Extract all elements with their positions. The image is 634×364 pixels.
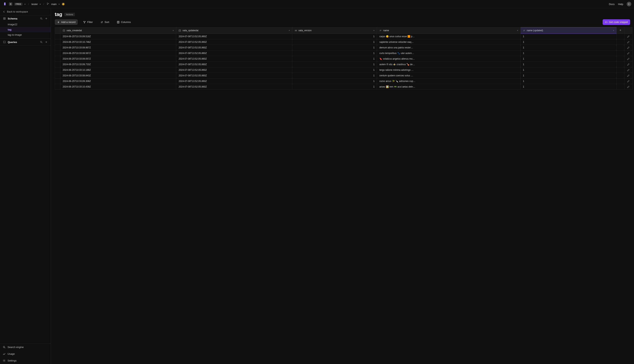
edit-row-button[interactable] [627, 35, 630, 38]
chevron-down-icon[interactable]: ▾ [374, 30, 374, 32]
workspace-dropdown[interactable]: ▾ [24, 3, 26, 5]
column-header-xata_createdat[interactable]: xata_createdat▾ [60, 28, 176, 34]
cell-name-updated[interactable]: 1 [520, 67, 616, 73]
chevron-down-icon[interactable]: ▾ [613, 30, 614, 32]
cell-created[interactable]: 2024-06-25T10:33:09.057Z [60, 56, 176, 62]
cell-name[interactable]: autem ® vito 🍲 crastinus 🍗 de… [377, 62, 520, 67]
chevron-down-icon[interactable]: ▾ [517, 30, 518, 32]
cell-updated[interactable]: 2024-07-08T13:52:05.860Z [176, 84, 292, 90]
table-row[interactable]: 2024-06-25T10:33:08.567Z2024-07-08T13:52… [55, 50, 632, 56]
cell-created[interactable]: 2024-06-25T10:33:08.843Z [60, 73, 176, 78]
help-link[interactable]: Help [618, 3, 623, 6]
sidebar-table-item[interactable]: tag [0, 27, 51, 32]
cell-version[interactable]: 1 [292, 39, 377, 45]
app-logo[interactable] [3, 2, 7, 6]
queries-search-button[interactable] [40, 40, 43, 44]
schema-search-button[interactable] [40, 17, 43, 20]
cell-name-updated[interactable]: 1 [520, 34, 616, 39]
column-header-name_updated[interactable]: name (updated)▾ [520, 28, 616, 34]
cell-created[interactable]: 2024-06-25T10:33:09.733Z [60, 62, 176, 67]
cell-name[interactable]: centum quidem coerceo solus … [377, 73, 520, 78]
cell-updated[interactable]: 2024-07-08T13:52:05.860Z [176, 50, 292, 56]
table-row[interactable]: 2024-06-25T10:33:10.748Z2024-07-08T13:52… [55, 39, 632, 45]
cell-updated[interactable]: 2024-07-08T13:52:05.860Z [176, 62, 292, 67]
column-header-xata_updatedat[interactable]: xata_updatedat▾ [176, 28, 292, 34]
cell-name[interactable]: tergo ratione minima adstringo … [377, 67, 520, 73]
sidebar-search-engine[interactable]: Search engine [0, 344, 51, 350]
cell-version[interactable]: 1 [292, 56, 377, 62]
edit-row-button[interactable] [627, 41, 630, 44]
columns-button[interactable]: Columns [114, 19, 133, 25]
cell-name[interactable]: carpo 😋 unus curtus esse 🟧 p… [377, 34, 520, 39]
table-row[interactable]: 2024-06-25T10:33:09.733Z2024-07-08T13:52… [55, 62, 632, 67]
sidebar-table-item[interactable]: tag-to-image [0, 32, 51, 38]
docs-link[interactable]: Docs [609, 3, 615, 6]
cell-name[interactable]: curvo arcus 🎋 🔪 admoneo cup… [377, 78, 520, 84]
get-code-snippet-button[interactable]: Get code snippet [602, 19, 630, 25]
cell-created[interactable]: 2024-06-25T10:33:09.308Z [60, 78, 176, 84]
cell-name[interactable]: curto temporibus 🐾 uter autem… [377, 50, 520, 56]
cell-version[interactable]: 1 [292, 84, 377, 90]
cell-version[interactable]: 1 [292, 34, 377, 39]
cell-updated[interactable]: 2024-07-08T13:52:05.860Z [176, 73, 292, 78]
queries-add-button[interactable] [44, 40, 48, 44]
table-row[interactable]: 2024-06-25T10:33:09.057Z2024-07-08T13:52… [55, 56, 632, 62]
table-row[interactable]: 2024-06-25T10:33:09.967Z2024-07-08T13:52… [55, 45, 632, 50]
edit-row-button[interactable] [627, 69, 630, 71]
edit-row-button[interactable] [627, 80, 630, 82]
schema-section-header[interactable]: Schema [0, 15, 51, 22]
cell-version[interactable]: 1 [292, 50, 377, 56]
cell-created[interactable]: 2024-06-25T10:33:09.518Z [60, 34, 176, 39]
edit-row-button[interactable] [627, 63, 630, 66]
cell-name-updated[interactable]: 1 [520, 45, 616, 50]
sidebar-settings[interactable]: Settings [0, 357, 51, 364]
queries-section-header[interactable]: Queries [0, 39, 51, 45]
cell-name-updated[interactable]: 1 [520, 56, 616, 62]
cell-updated[interactable]: 2024-07-08T13:52:05.860Z [176, 56, 292, 62]
chevron-down-icon[interactable]: ▾ [289, 30, 290, 32]
cell-created[interactable]: 2024-06-25T10:33:09.967Z [60, 45, 176, 50]
edit-row-button[interactable] [627, 58, 630, 60]
branch-name[interactable]: main [51, 3, 56, 6]
sort-button[interactable]: Sort [98, 19, 112, 25]
table-row[interactable]: 2024-06-25T10:33:09.308Z2024-07-08T13:52… [55, 78, 632, 84]
cell-name-updated[interactable]: 1 [520, 39, 616, 45]
filter-button[interactable]: Filter [81, 19, 95, 25]
cell-name[interactable]: demum atrox una patria vester… [377, 45, 520, 50]
cell-version[interactable]: 1 [292, 62, 377, 67]
cell-name-updated[interactable]: 1 [520, 50, 616, 56]
sidebar-usage[interactable]: Usage [0, 350, 51, 357]
cell-name[interactable]: 🔖 volaticus angelus alienus mo… [377, 56, 520, 62]
back-to-workspace[interactable]: Back to workspace [0, 8, 51, 15]
cell-version[interactable]: 1 [292, 78, 377, 84]
database-name[interactable]: tester [32, 3, 38, 6]
chevron-down-icon[interactable]: ▾ [173, 30, 174, 32]
sidebar-table-item[interactable]: image22 [0, 22, 51, 27]
branch-dropdown[interactable]: ▾ [58, 3, 60, 5]
cell-name[interactable]: sapiente universe velociter eaq… [377, 39, 520, 45]
table-row[interactable]: 2024-06-25T10:33:09.518Z2024-07-08T13:52… [55, 34, 632, 39]
cell-version[interactable]: 1 [292, 45, 377, 50]
cell-version[interactable]: 1 [292, 73, 377, 78]
cell-created[interactable]: 2024-06-25T10:33:10.439Z [60, 84, 176, 90]
cell-name-updated[interactable]: 1 [520, 84, 616, 90]
cell-updated[interactable]: 2024-07-08T13:52:05.860Z [176, 34, 292, 39]
column-header-name[interactable]: name▾ [377, 28, 520, 34]
user-avatar[interactable]: E [627, 2, 631, 6]
cell-name[interactable]: arceo 🖼️ rem 📟 acsi aetas dein… [377, 84, 520, 90]
cell-updated[interactable]: 2024-07-08T13:52:05.860Z [176, 39, 292, 45]
cell-name-updated[interactable]: 1 [520, 78, 616, 84]
add-column-button[interactable] [617, 28, 624, 34]
edit-row-button[interactable] [627, 86, 630, 88]
cell-updated[interactable]: 2024-07-08T13:52:05.860Z [176, 45, 292, 50]
edit-row-button[interactable] [627, 46, 630, 49]
column-header-xata_version[interactable]: xata_version▾ [292, 28, 377, 34]
table-row[interactable]: 2024-06-25T10:33:10.188Z2024-07-08T13:52… [55, 67, 632, 73]
add-record-button[interactable]: Add a record [55, 19, 78, 25]
cell-name-updated[interactable]: 1 [520, 73, 616, 78]
cell-created[interactable]: 2024-06-25T10:33:10.188Z [60, 67, 176, 73]
cell-version[interactable]: 1 [292, 67, 377, 73]
cell-created[interactable]: 2024-06-25T10:33:08.567Z [60, 50, 176, 56]
cell-name-updated[interactable]: 1 [520, 62, 616, 67]
table-row[interactable]: 2024-06-25T10:33:10.439Z2024-07-08T13:52… [55, 84, 632, 90]
